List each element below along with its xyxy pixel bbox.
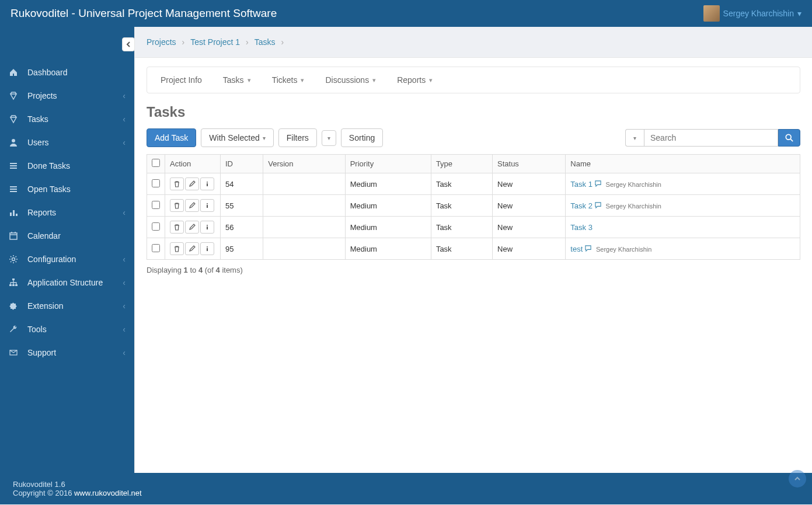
breadcrumb-link[interactable]: Projects <box>147 37 176 47</box>
sidebar-item-label: Tools <box>27 325 47 334</box>
row-checkbox[interactable] <box>152 222 160 231</box>
tab-tasks[interactable]: Tasks ▾ <box>212 67 262 93</box>
tab-discussions[interactable]: Discussions ▾ <box>315 67 386 93</box>
info-button[interactable] <box>200 221 214 234</box>
subtabs: Project InfoTasks ▾Tickets ▾Discussions … <box>147 67 800 93</box>
scroll-top-button[interactable] <box>789 470 806 487</box>
edit-button[interactable] <box>185 199 199 212</box>
delete-button[interactable] <box>170 221 184 234</box>
info-button[interactable] <box>200 177 214 190</box>
cell-version <box>263 173 345 195</box>
sidebar-item-users[interactable]: Users‹ <box>0 131 134 154</box>
edit-button[interactable] <box>185 177 199 190</box>
task-link[interactable]: test <box>570 245 583 253</box>
cell-id: 56 <box>221 217 263 238</box>
delete-button[interactable] <box>170 242 184 255</box>
edit-button[interactable] <box>185 242 199 255</box>
delete-button[interactable] <box>170 199 184 212</box>
svg-rect-2 <box>10 165 17 166</box>
sidebar-item-dashboard[interactable]: Dashboard <box>0 61 134 84</box>
search-button[interactable] <box>778 129 800 147</box>
column-header[interactable]: Priority <box>345 155 431 173</box>
info-button[interactable] <box>200 199 214 212</box>
search-scope-select[interactable]: ▾ <box>625 129 644 147</box>
svg-point-22 <box>207 182 208 183</box>
comment-icon[interactable] <box>595 180 601 189</box>
column-header[interactable]: Name <box>566 155 800 173</box>
delete-button[interactable] <box>170 177 184 190</box>
sidebar-item-tools[interactable]: Tools‹ <box>0 318 134 341</box>
cell-type: Task <box>431 173 492 195</box>
table-row: 95MediumTaskNewtest Sergey Kharchishin <box>147 238 800 260</box>
sidebar-item-extension[interactable]: Extension‹ <box>0 294 134 318</box>
cell-priority: Medium <box>345 238 431 260</box>
column-header[interactable]: Version <box>263 155 345 173</box>
sidebar-item-open-tasks[interactable]: Open Tasks <box>0 177 134 201</box>
edit-button[interactable] <box>185 221 199 234</box>
sidebar-item-tasks[interactable]: Tasks‹ <box>0 107 134 131</box>
column-header[interactable]: Type <box>431 155 492 173</box>
tab-tickets[interactable]: Tickets ▾ <box>262 67 315 93</box>
sidebar-item-calendar[interactable]: Calendar <box>0 224 134 248</box>
comment-icon[interactable] <box>585 245 591 253</box>
column-header[interactable]: ID <box>221 155 263 173</box>
comment-icon[interactable] <box>595 202 601 210</box>
content: Projects›Test Project 1›Tasks› Project I… <box>134 27 812 473</box>
row-checkbox[interactable] <box>152 201 160 209</box>
filters-dropdown-button[interactable]: ▾ <box>322 130 336 146</box>
sidebar-item-label: Configuration <box>27 255 76 264</box>
svg-rect-9 <box>16 214 18 216</box>
user-menu[interactable]: Sergey Kharchishin ▾ <box>703 5 801 22</box>
filters-button[interactable]: Filters <box>278 128 317 147</box>
task-link[interactable]: Task 1 <box>570 180 593 189</box>
cell-status: New <box>493 173 566 195</box>
info-button[interactable] <box>200 242 214 255</box>
author-name: Sergey Kharchishin <box>606 203 661 210</box>
chevron-left-icon: ‹ <box>123 255 126 264</box>
svg-rect-17 <box>12 284 15 286</box>
breadcrumb-link[interactable]: Tasks <box>255 37 276 47</box>
tab-project-info[interactable]: Project Info <box>150 67 212 93</box>
row-checkbox[interactable] <box>152 179 160 187</box>
chevron-left-icon: ‹ <box>123 138 126 147</box>
svg-rect-29 <box>207 248 208 251</box>
user-icon <box>9 138 22 147</box>
author-name: Sergey Kharchishin <box>596 246 651 253</box>
breadcrumb-link[interactable]: Test Project 1 <box>190 37 240 47</box>
sidebar-item-label: Reports <box>27 208 56 217</box>
sidebar-item-support[interactable]: Support‹ <box>0 341 134 364</box>
user-name: Sergey Kharchishin <box>723 9 794 18</box>
task-link[interactable]: Task 2 <box>570 201 593 210</box>
add-task-button[interactable]: Add Task <box>147 128 196 147</box>
search-input[interactable] <box>644 129 778 147</box>
task-link[interactable]: Task 3 <box>570 223 593 232</box>
cell-status: New <box>493 238 566 260</box>
column-header[interactable]: Status <box>493 155 566 173</box>
chevron-left-icon: ‹ <box>123 348 126 357</box>
svg-rect-4 <box>10 186 17 187</box>
footer-link[interactable]: www.rukovoditel.net <box>74 489 142 497</box>
svg-point-0 <box>12 139 15 142</box>
sidebar-item-reports[interactable]: Reports‹ <box>0 201 134 224</box>
sidebar-toggle[interactable] <box>122 37 135 51</box>
sidebar-item-application-structure[interactable]: Application Structure‹ <box>0 271 134 294</box>
row-checkbox[interactable] <box>152 244 160 252</box>
sidebar-item-configuration[interactable]: Configuration‹ <box>0 248 134 271</box>
sidebar-item-label: Calendar <box>27 231 61 241</box>
select-all-checkbox[interactable] <box>152 159 160 167</box>
column-header[interactable]: Action <box>165 155 221 173</box>
sidebar-item-projects[interactable]: Projects‹ <box>0 84 134 107</box>
gear-icon <box>9 255 22 264</box>
table-row: 56MediumTaskNewTask 3 <box>147 217 800 238</box>
tab-reports[interactable]: Reports ▾ <box>386 67 443 93</box>
sidebar-item-done-tasks[interactable]: Done Tasks <box>0 154 134 177</box>
puzzle-icon <box>9 301 22 311</box>
chevron-left-icon: ‹ <box>123 278 126 287</box>
topbar: Rukovoditel - Universal Project Manageme… <box>0 0 812 27</box>
chevron-left-icon: ‹ <box>123 91 126 100</box>
sorting-button[interactable]: Sorting <box>341 128 383 147</box>
with-selected-button[interactable]: With Selected ▾ <box>201 128 273 147</box>
cell-name: Task 1 Sergey Kharchishin <box>566 173 800 195</box>
sidebar-item-label: Tasks <box>27 114 48 124</box>
svg-rect-10 <box>10 233 17 239</box>
